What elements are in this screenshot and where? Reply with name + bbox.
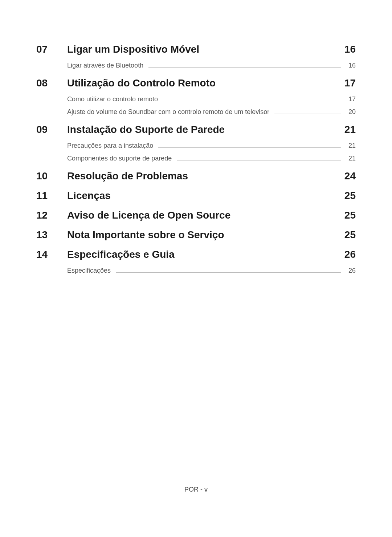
section-page: 26	[344, 249, 356, 260]
toc-section-07: 07 Ligar um Dispositivo Móvel 16 Ligar a…	[36, 44, 356, 69]
section-title: Instalação do Suporte de Parede	[67, 124, 344, 135]
section-row: 09 Instalação do Suporte de Parede 21	[36, 124, 356, 135]
sub-page: 16	[346, 62, 356, 69]
toc-content: 07 Ligar um Dispositivo Móvel 16 Ligar a…	[0, 0, 392, 274]
sub-row: Componentes do suporte de parede 21	[67, 155, 356, 162]
section-number: 10	[36, 170, 67, 182]
section-number: 09	[36, 124, 67, 135]
section-title: Resolução de Problemas	[67, 170, 344, 182]
sub-page: 21	[346, 155, 356, 162]
section-title: Utilização do Controlo Remoto	[67, 77, 344, 89]
sub-title: Especificações	[67, 267, 111, 274]
section-number: 12	[36, 209, 67, 221]
sub-page: 26	[346, 267, 356, 274]
section-page: 25	[344, 190, 356, 202]
section-row: 08 Utilização do Controlo Remoto 17	[36, 77, 356, 89]
section-page: 21	[344, 124, 356, 135]
section-title: Nota Importante sobre o Serviço	[67, 229, 344, 241]
toc-section-09: 09 Instalação do Suporte de Parede 21 Pr…	[36, 124, 356, 162]
sub-row: Como utilizar o controlo remoto 17	[67, 95, 356, 103]
toc-section-13: 13 Nota Importante sobre o Serviço 25	[36, 229, 356, 241]
section-number: 08	[36, 77, 67, 89]
leader-line	[116, 272, 341, 273]
section-number: 14	[36, 249, 67, 260]
section-page: 16	[344, 44, 356, 55]
sub-row: Precauções para a instalação 21	[67, 142, 356, 150]
section-number: 11	[36, 190, 67, 202]
toc-section-10: 10 Resolução de Problemas 24	[36, 170, 356, 182]
sub-title: Ligar através de Bluetooth	[67, 62, 143, 69]
leader-line	[158, 147, 341, 148]
section-row: 12 Aviso de Licença de Open Source 25	[36, 209, 356, 221]
sub-title: Como utilizar o controlo remoto	[67, 95, 158, 103]
section-title: Especificações e Guia	[67, 249, 344, 260]
section-title: Ligar um Dispositivo Móvel	[67, 44, 344, 55]
sub-page: 21	[346, 142, 356, 150]
sub-page: 17	[346, 95, 356, 103]
sub-page: 20	[346, 108, 356, 116]
toc-section-14: 14 Especificações e Guia 26 Especificaçõ…	[36, 249, 356, 274]
section-title: Licenças	[67, 190, 344, 202]
toc-section-08: 08 Utilização do Controlo Remoto 17 Como…	[36, 77, 356, 116]
section-number: 13	[36, 229, 67, 241]
section-number: 07	[36, 44, 67, 55]
section-page: 25	[344, 229, 356, 241]
toc-section-11: 11 Licenças 25	[36, 190, 356, 202]
sub-row: Especificações 26	[67, 267, 356, 274]
section-row: 11 Licenças 25	[36, 190, 356, 202]
leader-line	[274, 114, 341, 114]
sub-row: Ligar através de Bluetooth 16	[67, 62, 356, 69]
section-page: 24	[344, 170, 356, 182]
toc-section-12: 12 Aviso de Licença de Open Source 25	[36, 209, 356, 221]
leader-line	[163, 101, 341, 101]
section-row: 13 Nota Importante sobre o Serviço 25	[36, 229, 356, 241]
page-footer: POR - v	[0, 486, 392, 493]
section-row: 14 Especificações e Guia 26	[36, 249, 356, 260]
sub-row: Ajuste do volume do Soundbar com o contr…	[67, 108, 356, 116]
leader-line	[177, 160, 341, 160]
sub-title: Componentes do suporte de parede	[67, 155, 172, 162]
section-title: Aviso de Licença de Open Source	[67, 209, 344, 221]
sub-title: Precauções para a instalação	[67, 142, 153, 150]
section-page: 17	[344, 77, 356, 89]
leader-line	[148, 67, 341, 68]
sub-title: Ajuste do volume do Soundbar com o contr…	[67, 108, 269, 116]
section-page: 25	[344, 209, 356, 221]
section-row: 07 Ligar um Dispositivo Móvel 16	[36, 44, 356, 55]
section-row: 10 Resolução de Problemas 24	[36, 170, 356, 182]
